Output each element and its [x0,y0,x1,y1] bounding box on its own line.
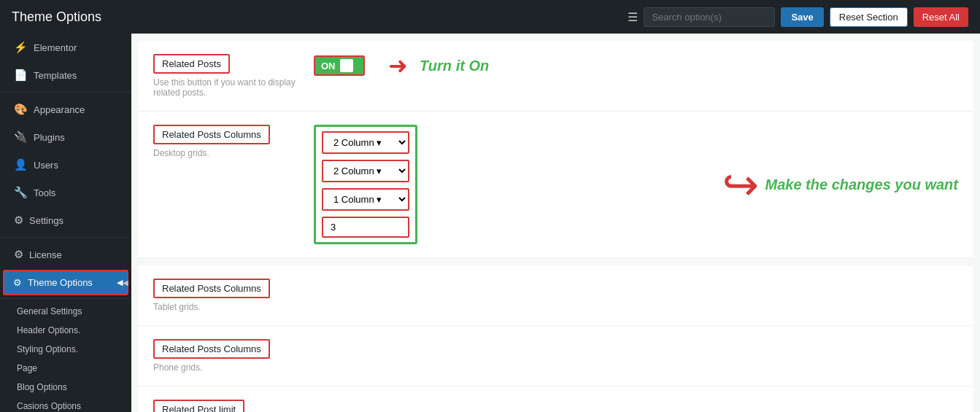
plugins-icon: 🔌 [14,131,28,144]
sidebar-theme-options-label: Theme Options [28,277,93,288]
content-panel-2: Related Posts Columns Tablet grids. Rela… [139,265,973,412]
sidebar-item-label: Tools [34,187,55,198]
sidebar-item-label: Templates [34,70,77,81]
turn-on-annotation: ➜ Turn it On [388,54,489,77]
selects-grouped-container: 2 Column ▾ 1 Column 3 Column 4 Column 2 … [314,125,417,244]
sidebar-item-elementor[interactable]: ⚡ Elementor [0,34,131,61]
top-bar: Theme Options ☰ Save Reset Section Reset… [0,0,980,34]
sidebar-divider [0,92,131,93]
option-row-phone-label: Related Posts Columns Phone grids. [139,326,973,386]
sidebar-item-plugins[interactable]: 🔌 Plugins [0,123,131,151]
menu-icon[interactable]: ☰ [628,10,638,24]
sidebar: ⚡ Elementor 📄 Templates 🎨 Appearance 🔌 P… [0,34,131,412]
desktop-columns-select[interactable]: 2 Column ▾ 1 Column 3 Column 4 Column [322,131,409,154]
sub-item-header-options[interactable]: Header Options. [0,321,131,340]
related-posts-toggle[interactable]: ON [314,55,365,76]
reset-section-button[interactable]: Reset Section [830,7,908,27]
sidebar-item-templates[interactable]: 📄 Templates [0,61,131,89]
sidebar-item-users[interactable]: 👤 Users [0,151,131,179]
tools-icon: 🔧 [14,186,28,199]
limit-label-col: Related Post limit [153,400,299,412]
sub-item-blog-options[interactable]: Blog Options [0,378,131,397]
search-input[interactable] [644,7,775,27]
sidebar-item-label: Users [34,160,58,171]
related-posts-desc: Use this button if you want to display r… [153,77,299,98]
option-control-col-related-posts: ON ➜ Turn it On [314,54,958,77]
top-bar-actions: ☰ Save Reset Section Reset All [628,7,968,27]
option-row-limit-label: Related Post limit [139,386,973,412]
sidebar-item-theme-options[interactable]: ⚙ Theme Options ◀ [3,270,128,295]
phone-desc: Phone grids. [153,362,299,373]
sidebar-item-license[interactable]: ⚙ License [0,241,131,268]
option-label-col-related-posts: Related Posts Use this button if you wan… [153,54,299,98]
sub-item-general-settings[interactable]: General Settings [0,302,131,321]
tablet-desc: Tablet grids. [153,302,299,312]
toggle-label: ON [321,61,336,71]
sidebar-divider-2 [0,237,131,238]
main-content: Related Posts Use this button if you wan… [131,34,980,412]
settings-icon: ⚙ [14,214,23,227]
sidebar-item-settings[interactable]: ⚙ Settings [0,206,131,234]
option-row-related-posts: Related Posts Use this button if you wan… [139,41,973,112]
option-label-col-desktop: Related Posts Columns Desktop grids. [153,125,299,158]
appearance-icon: 🎨 [14,103,28,116]
option-row-tablet-label: Related Posts Columns Tablet grids. [139,265,973,326]
arrow-right-icon: ➜ [388,54,408,77]
chevron-left-icon: ◀ [117,278,123,287]
desktop-columns-label: Related Posts Columns [153,125,270,144]
sub-item-page[interactable]: Page [0,359,131,378]
options-group: Related Posts Columns Desktop grids. 2 C… [139,112,973,258]
sidebar-item-label: Plugins [34,132,65,143]
save-button[interactable]: Save [781,7,823,27]
page-title: Theme Options [12,9,619,25]
sub-item-casions-options[interactable]: Casions Options [0,397,131,412]
tablet-columns-select[interactable]: 2 Column ▾ 1 Column 3 Column 4 Column [322,160,409,182]
phone-label-col: Related Posts Columns Phone grids. [153,339,299,373]
elementor-icon: ⚡ [14,41,28,54]
content-panel: Related Posts Use this button if you wan… [139,41,973,258]
reset-all-button[interactable]: Reset All [914,7,968,27]
tablet-columns-label: Related Posts Columns [153,279,270,298]
layout: ⚡ Elementor 📄 Templates 🎨 Appearance 🔌 P… [0,34,980,412]
tablet-label-col: Related Posts Columns Tablet grids. [153,279,299,312]
theme-options-icon: ⚙ [13,277,22,288]
option-control-col-desktop: 2 Column ▾ 1 Column 3 Column 4 Column 2 … [314,125,958,244]
sidebar-item-label: Settings [29,215,63,226]
sub-item-styling-options[interactable]: Styling Options. [0,340,131,359]
limit-label: Related Post limit [153,400,244,412]
option-row-desktop-columns: Related Posts Columns Desktop grids. 2 C… [139,112,973,258]
desktop-columns-desc: Desktop grids. [153,148,299,158]
users-icon: 👤 [14,158,28,171]
toggle-ball [340,59,353,72]
phone-columns-label: Related Posts Columns [153,339,270,359]
sidebar-item-label: Elementor [34,42,77,53]
sidebar-divider-3 [0,298,131,299]
sidebar-item-appearance[interactable]: 🎨 Appearance [0,96,131,123]
templates-icon: 📄 [14,69,28,82]
related-post-limit-input[interactable] [322,217,409,238]
turn-on-text: Turn it On [420,58,489,74]
sidebar-item-label: License [29,249,62,260]
license-icon: ⚙ [14,248,23,261]
phone-columns-select[interactable]: 1 Column ▾ 2 Column 3 Column 4 Column [322,188,409,211]
sidebar-item-tools[interactable]: 🔧 Tools [0,179,131,206]
related-posts-label: Related Posts [153,54,230,74]
sidebar-item-label: Appearance [34,104,85,115]
